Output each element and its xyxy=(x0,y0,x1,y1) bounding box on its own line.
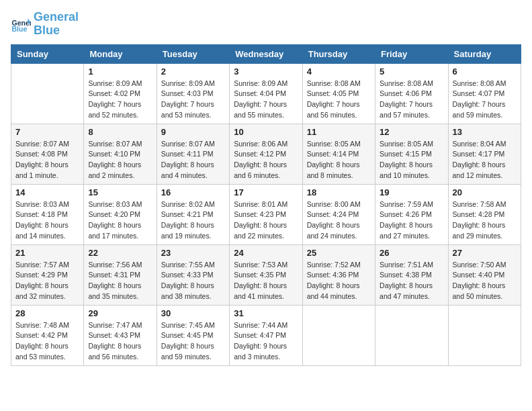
day-number: 20 xyxy=(453,187,517,197)
calendar-cell: 1Sunrise: 8:09 AMSunset: 4:02 PMDaylight… xyxy=(84,63,157,124)
calendar-cell: 23Sunrise: 7:55 AMSunset: 4:33 PMDayligh… xyxy=(157,244,229,305)
day-number: 28 xyxy=(15,308,79,318)
day-info: Sunrise: 8:07 AMSunset: 4:10 PMDaylight:… xyxy=(88,139,152,181)
day-number: 29 xyxy=(88,308,152,318)
day-number: 25 xyxy=(307,248,371,258)
calendar-cell: 4Sunrise: 8:08 AMSunset: 4:05 PMDaylight… xyxy=(302,63,375,124)
calendar-cell: 16Sunrise: 8:02 AMSunset: 4:21 PMDayligh… xyxy=(157,184,229,244)
calendar-cell: 22Sunrise: 7:56 AMSunset: 4:31 PMDayligh… xyxy=(84,244,157,305)
calendar-cell: 27Sunrise: 7:50 AMSunset: 4:40 PMDayligh… xyxy=(448,244,521,305)
weekday-header-monday: Monday xyxy=(84,44,157,63)
day-info: Sunrise: 8:09 AMSunset: 4:04 PMDaylight:… xyxy=(234,79,298,121)
calendar-week-3: 14Sunrise: 8:03 AMSunset: 4:18 PMDayligh… xyxy=(11,184,521,244)
day-number: 23 xyxy=(161,248,225,258)
day-number: 1 xyxy=(88,66,152,77)
day-number: 3 xyxy=(234,66,298,77)
day-info: Sunrise: 7:56 AMSunset: 4:31 PMDaylight:… xyxy=(88,260,152,302)
logo-text: GeneralBlue xyxy=(34,11,79,38)
day-number: 7 xyxy=(15,127,79,137)
day-info: Sunrise: 8:06 AMSunset: 4:12 PMDaylight:… xyxy=(234,139,298,181)
day-number: 11 xyxy=(307,127,371,137)
day-info: Sunrise: 8:08 AMSunset: 4:07 PMDaylight:… xyxy=(453,79,517,121)
calendar-cell: 3Sunrise: 8:09 AMSunset: 4:04 PMDaylight… xyxy=(230,63,302,124)
day-number: 31 xyxy=(234,308,298,318)
day-info: Sunrise: 7:51 AMSunset: 4:38 PMDaylight:… xyxy=(380,260,443,302)
calendar-cell: 8Sunrise: 8:07 AMSunset: 4:10 PMDaylight… xyxy=(84,124,157,184)
day-info: Sunrise: 7:45 AMSunset: 4:45 PMDaylight:… xyxy=(161,320,225,363)
day-number: 15 xyxy=(88,187,152,197)
calendar-cell xyxy=(11,63,84,124)
day-number: 18 xyxy=(307,187,371,197)
calendar-cell: 24Sunrise: 7:53 AMSunset: 4:35 PMDayligh… xyxy=(230,244,302,305)
calendar-week-5: 28Sunrise: 7:48 AMSunset: 4:42 PMDayligh… xyxy=(11,305,521,365)
calendar-cell: 9Sunrise: 8:07 AMSunset: 4:11 PMDaylight… xyxy=(157,124,229,184)
weekday-header-saturday: Saturday xyxy=(448,44,521,63)
day-number: 26 xyxy=(380,248,443,258)
day-info: Sunrise: 7:47 AMSunset: 4:43 PMDaylight:… xyxy=(88,320,152,363)
calendar-cell: 25Sunrise: 7:52 AMSunset: 4:36 PMDayligh… xyxy=(302,244,375,305)
day-number: 4 xyxy=(307,66,371,77)
day-info: Sunrise: 8:05 AMSunset: 4:15 PMDaylight:… xyxy=(380,139,443,181)
calendar-week-2: 7Sunrise: 8:07 AMSunset: 4:08 PMDaylight… xyxy=(11,124,521,184)
weekday-header-friday: Friday xyxy=(375,44,448,63)
calendar-cell: 31Sunrise: 7:44 AMSunset: 4:47 PMDayligh… xyxy=(230,305,302,365)
day-info: Sunrise: 7:50 AMSunset: 4:40 PMDaylight:… xyxy=(453,260,517,302)
day-number: 16 xyxy=(161,187,225,197)
day-number: 27 xyxy=(453,248,517,258)
weekday-header-thursday: Thursday xyxy=(302,44,375,63)
calendar-week-1: 1Sunrise: 8:09 AMSunset: 4:02 PMDaylight… xyxy=(11,63,521,124)
day-number: 22 xyxy=(88,248,152,258)
day-info: Sunrise: 7:59 AMSunset: 4:26 PMDaylight:… xyxy=(380,199,443,242)
day-number: 24 xyxy=(234,248,298,258)
calendar-cell: 17Sunrise: 8:01 AMSunset: 4:23 PMDayligh… xyxy=(230,184,302,244)
day-number: 6 xyxy=(453,66,517,77)
calendar-cell: 30Sunrise: 7:45 AMSunset: 4:45 PMDayligh… xyxy=(157,305,229,365)
calendar-cell: 14Sunrise: 8:03 AMSunset: 4:18 PMDayligh… xyxy=(11,184,84,244)
day-info: Sunrise: 8:02 AMSunset: 4:21 PMDaylight:… xyxy=(161,199,225,242)
day-info: Sunrise: 7:44 AMSunset: 4:47 PMDaylight:… xyxy=(234,320,298,363)
day-number: 21 xyxy=(15,248,79,258)
day-info: Sunrise: 8:08 AMSunset: 4:05 PMDaylight:… xyxy=(307,79,371,121)
calendar-cell: 21Sunrise: 7:57 AMSunset: 4:29 PMDayligh… xyxy=(11,244,84,305)
calendar-cell: 18Sunrise: 8:00 AMSunset: 4:24 PMDayligh… xyxy=(302,184,375,244)
calendar-cell: 13Sunrise: 8:04 AMSunset: 4:17 PMDayligh… xyxy=(448,124,521,184)
day-number: 17 xyxy=(234,187,298,197)
day-info: Sunrise: 7:53 AMSunset: 4:35 PMDaylight:… xyxy=(234,260,298,302)
calendar-cell: 28Sunrise: 7:48 AMSunset: 4:42 PMDayligh… xyxy=(11,305,84,365)
calendar-week-4: 21Sunrise: 7:57 AMSunset: 4:29 PMDayligh… xyxy=(11,244,521,305)
day-info: Sunrise: 8:00 AMSunset: 4:24 PMDaylight:… xyxy=(307,199,371,242)
day-info: Sunrise: 8:03 AMSunset: 4:20 PMDaylight:… xyxy=(88,199,152,242)
calendar-cell: 2Sunrise: 8:09 AMSunset: 4:03 PMDaylight… xyxy=(157,63,229,124)
calendar-cell: 11Sunrise: 8:05 AMSunset: 4:14 PMDayligh… xyxy=(302,124,375,184)
calendar-cell: 5Sunrise: 8:08 AMSunset: 4:06 PMDaylight… xyxy=(375,63,448,124)
calendar-cell: 20Sunrise: 7:58 AMSunset: 4:28 PMDayligh… xyxy=(448,184,521,244)
weekday-header-tuesday: Tuesday xyxy=(157,44,229,63)
day-info: Sunrise: 7:57 AMSunset: 4:29 PMDaylight:… xyxy=(15,260,79,302)
day-info: Sunrise: 7:48 AMSunset: 4:42 PMDaylight:… xyxy=(15,320,79,363)
day-number: 30 xyxy=(161,308,225,318)
day-info: Sunrise: 8:08 AMSunset: 4:06 PMDaylight:… xyxy=(380,79,443,121)
calendar-cell xyxy=(448,305,521,365)
calendar-cell: 7Sunrise: 8:07 AMSunset: 4:08 PMDaylight… xyxy=(11,124,84,184)
day-info: Sunrise: 8:03 AMSunset: 4:18 PMDaylight:… xyxy=(15,199,79,242)
svg-text:Blue: Blue xyxy=(12,24,28,32)
day-info: Sunrise: 7:55 AMSunset: 4:33 PMDaylight:… xyxy=(161,260,225,302)
day-info: Sunrise: 8:09 AMSunset: 4:03 PMDaylight:… xyxy=(161,79,225,121)
day-number: 13 xyxy=(453,127,517,137)
day-info: Sunrise: 7:52 AMSunset: 4:36 PMDaylight:… xyxy=(307,260,371,302)
calendar-cell xyxy=(375,305,448,365)
day-info: Sunrise: 8:01 AMSunset: 4:23 PMDaylight:… xyxy=(234,199,298,242)
page-header: General Blue GeneralBlue xyxy=(11,11,521,38)
day-number: 2 xyxy=(161,66,225,77)
day-number: 9 xyxy=(161,127,225,137)
day-number: 10 xyxy=(234,127,298,137)
logo-icon: General Blue xyxy=(11,14,31,34)
day-info: Sunrise: 8:09 AMSunset: 4:02 PMDaylight:… xyxy=(88,79,152,121)
calendar-cell: 12Sunrise: 8:05 AMSunset: 4:15 PMDayligh… xyxy=(375,124,448,184)
day-info: Sunrise: 8:04 AMSunset: 4:17 PMDaylight:… xyxy=(453,139,517,181)
day-number: 19 xyxy=(380,187,443,197)
calendar-cell: 26Sunrise: 7:51 AMSunset: 4:38 PMDayligh… xyxy=(375,244,448,305)
day-number: 12 xyxy=(380,127,443,137)
logo: General Blue GeneralBlue xyxy=(11,11,79,38)
calendar-cell: 19Sunrise: 7:59 AMSunset: 4:26 PMDayligh… xyxy=(375,184,448,244)
